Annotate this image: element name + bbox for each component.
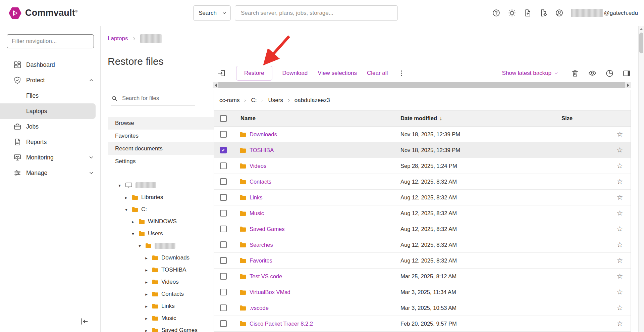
tree-expand-icon[interactable]: [144, 328, 149, 332]
account-label[interactable]: @gatech.edu: [571, 9, 638, 17]
row-checkbox[interactable]: [220, 147, 227, 153]
tree-node[interactable]: Libraries: [108, 191, 214, 203]
row-checkbox[interactable]: [220, 241, 227, 248]
vertical-scrollbar[interactable]: [638, 26, 644, 332]
sidebar-item-files[interactable]: Files: [0, 88, 100, 103]
path-segment[interactable]: oabdulazeez3: [294, 97, 330, 104]
file-row[interactable]: Links Aug 12, 2025, 8:32 AM: [214, 190, 631, 205]
horizontal-scroll-thumb[interactable]: [218, 82, 625, 88]
tree-node[interactable]: [108, 240, 214, 252]
favorite-star-icon[interactable]: [609, 272, 631, 280]
row-checkbox[interactable]: [220, 289, 227, 295]
tree-expand-icon[interactable]: [144, 268, 149, 273]
file-name-link[interactable]: Cisco Packet Tracer 8.2.2: [250, 321, 313, 327]
row-checkbox[interactable]: [220, 320, 227, 327]
enter-folder-icon[interactable]: [217, 69, 226, 78]
tree-node[interactable]: Videos: [108, 276, 214, 288]
clear-all-button[interactable]: Clear all: [367, 70, 388, 77]
column-date-modified[interactable]: Date modified ↓: [400, 115, 561, 122]
row-checkbox[interactable]: [220, 304, 227, 311]
tree-expand-icon[interactable]: [130, 219, 136, 224]
toggle-panel-icon[interactable]: [623, 69, 631, 78]
file-name-link[interactable]: Music: [250, 210, 264, 217]
global-search-input[interactable]: [235, 5, 398, 21]
browser-nav-item[interactable]: Browse: [108, 117, 214, 130]
horizontal-scrollbar[interactable]: [213, 82, 631, 88]
tree-expand-icon[interactable]: [130, 231, 136, 236]
favorite-star-icon[interactable]: [609, 304, 631, 312]
file-row[interactable]: .vscode Mar 3, 2025, 10:53 AM: [214, 300, 631, 316]
chevron-up-icon[interactable]: [88, 77, 94, 83]
select-all-checkbox[interactable]: [220, 115, 227, 122]
chevron-down-icon[interactable]: [88, 170, 94, 176]
tree-expand-icon[interactable]: [144, 292, 149, 297]
row-checkbox[interactable]: [220, 131, 227, 138]
vertical-scroll-thumb[interactable]: [639, 33, 643, 53]
sidebar-item-manage[interactable]: Manage: [0, 165, 100, 181]
row-checkbox[interactable]: [220, 178, 227, 185]
file-row[interactable]: Contacts Aug 12, 2025, 8:32 AM: [214, 174, 631, 190]
view-selections-button[interactable]: View selections: [318, 70, 357, 77]
tree-node[interactable]: [108, 179, 214, 191]
browser-nav-item[interactable]: Settings: [108, 155, 214, 168]
column-name[interactable]: Name: [233, 115, 400, 122]
favorite-star-icon[interactable]: [609, 209, 631, 217]
tree-node[interactable]: C:: [108, 203, 214, 216]
storage-pie-icon[interactable]: [605, 69, 614, 78]
favorite-star-icon[interactable]: [609, 130, 631, 138]
tree-expand-icon[interactable]: [144, 304, 149, 309]
row-checkbox[interactable]: [220, 194, 227, 201]
file-row[interactable]: Cisco Packet Tracer 8.2.2 Feb 20, 2025, …: [214, 316, 631, 332]
sidebar-item-monitoring[interactable]: Monitoring: [0, 150, 100, 165]
tree-node[interactable]: Saved Games: [108, 324, 214, 332]
help-icon[interactable]: [492, 9, 500, 17]
file-row[interactable]: Test VS code Mar 25, 2025, 8:12 AM: [214, 269, 631, 284]
file-name-link[interactable]: VirtualBox VMsd: [250, 289, 290, 295]
more-options-icon[interactable]: [398, 69, 405, 77]
sidebar-item-dashboard[interactable]: Dashboard: [0, 57, 100, 73]
restore-button[interactable]: Restore: [236, 66, 272, 81]
tree-expand-icon[interactable]: [124, 195, 129, 200]
tree-node[interactable]: Contacts: [108, 288, 214, 300]
row-checkbox[interactable]: [220, 273, 227, 280]
file-search-input[interactable]: [121, 95, 195, 102]
tree-node[interactable]: TOSHIBA: [108, 264, 214, 276]
file-row[interactable]: TOSHIBA Nov 18, 2025, 12:39 PM: [214, 142, 631, 158]
file-name-link[interactable]: Downloads: [250, 131, 277, 138]
row-checkbox[interactable]: [220, 162, 227, 169]
scroll-left-icon[interactable]: [213, 82, 218, 88]
preview-eye-icon[interactable]: [588, 69, 597, 78]
scroll-up-icon[interactable]: [639, 26, 644, 32]
path-segment[interactable]: C:: [251, 97, 257, 104]
file-name-link[interactable]: Contacts: [250, 179, 271, 185]
commvault-logo[interactable]: Commvault®: [9, 7, 77, 19]
chevron-down-icon[interactable]: [88, 154, 94, 160]
file-row[interactable]: Music Aug 12, 2025, 8:32 AM: [214, 205, 631, 221]
tree-expand-icon[interactable]: [144, 255, 149, 260]
collapse-sidebar-icon[interactable]: [78, 316, 90, 327]
row-checkbox[interactable]: [220, 257, 227, 264]
breadcrumb-laptops-link[interactable]: Laptops: [108, 35, 128, 42]
file-name-link[interactable]: .vscode: [250, 305, 269, 311]
favorite-star-icon[interactable]: [609, 193, 631, 201]
tree-expand-icon[interactable]: [124, 207, 129, 212]
tree-node[interactable]: Music: [108, 312, 214, 324]
path-segment[interactable]: Users: [268, 97, 283, 104]
file-row[interactable]: Searches Aug 12, 2025, 8:32 AM: [214, 237, 631, 253]
file-name-link[interactable]: Searches: [250, 242, 273, 248]
file-row[interactable]: VirtualBox VMsd Mar 3, 2025, 11:34 AM: [214, 284, 631, 300]
browser-nav-item[interactable]: Recent documents: [108, 142, 214, 155]
file-name-link[interactable]: Links: [250, 194, 263, 201]
file-name-link[interactable]: TOSHIBA: [250, 147, 274, 153]
favorite-star-icon[interactable]: [609, 162, 631, 170]
row-checkbox[interactable]: [220, 210, 227, 217]
tree-expand-icon[interactable]: [144, 280, 149, 285]
tree-node[interactable]: Downloads: [108, 252, 214, 264]
file-row[interactable]: Favorites Aug 12, 2025, 8:32 AM: [214, 253, 631, 269]
sidebar-item-laptops[interactable]: Laptops: [0, 103, 96, 119]
sidebar-item-jobs[interactable]: Jobs: [0, 119, 100, 134]
file-name-link[interactable]: Favorites: [250, 257, 272, 264]
tree-expand-icon[interactable]: [137, 243, 142, 248]
favorite-star-icon[interactable]: [609, 256, 631, 265]
favorite-star-icon[interactable]: [609, 288, 631, 296]
